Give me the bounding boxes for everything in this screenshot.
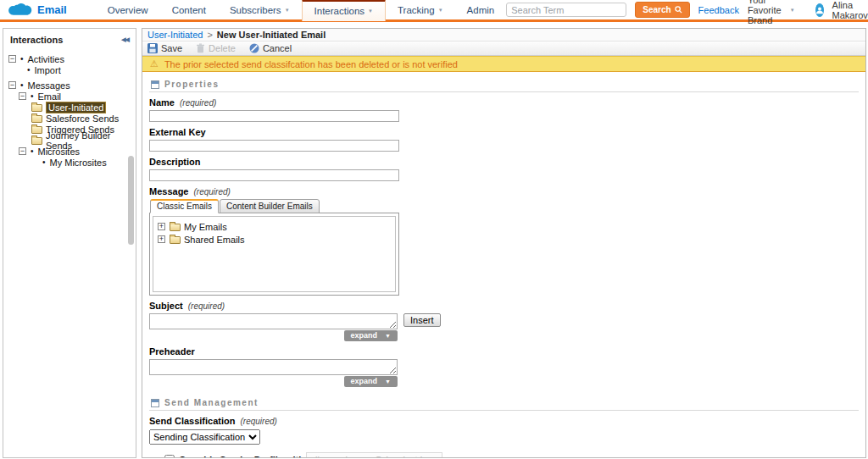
- collapse-icon[interactable]: [19, 92, 26, 100]
- nav-item-subscribers[interactable]: Subscribers ▼: [218, 0, 302, 19]
- section-properties[interactable]: Properties: [149, 77, 859, 92]
- message-field-label: Message(required): [149, 186, 859, 196]
- override-sender-checkbox[interactable]: [164, 455, 175, 459]
- form-content: Properties Name(required) External Key D…: [142, 72, 865, 458]
- send-classification-select[interactable]: Sending Classification: [149, 429, 260, 445]
- subject-expand-button[interactable]: expand ▼: [344, 330, 398, 341]
- collapse-icon[interactable]: [8, 81, 16, 89]
- section-title: Send Management: [164, 398, 259, 407]
- email-picker: My Emails Shared Emails: [149, 213, 399, 296]
- subject-field[interactable]: [149, 313, 398, 329]
- cancel-icon: [249, 43, 259, 53]
- feedback-link[interactable]: Feedback: [698, 5, 739, 15]
- chevron-down-icon: ▼: [438, 8, 443, 13]
- tree-item-messages[interactable]: Messages: [3, 80, 136, 91]
- user-menu[interactable]: Alina Makarova ▼: [832, 0, 868, 20]
- required-note: (required): [193, 187, 230, 196]
- preheader-expand-button[interactable]: expand ▼: [344, 376, 398, 387]
- tree-item-label: Activities: [28, 54, 64, 64]
- tree-item-my-microsites[interactable]: My Microsites: [3, 157, 136, 168]
- interactions-tree: Activities Import Messages Email User-In…: [3, 53, 136, 168]
- subject-field-label: Subject(required): [149, 301, 859, 311]
- nav-item-admin[interactable]: Admin: [455, 0, 507, 19]
- action-toolbar: Save Delete Cancel: [142, 41, 865, 56]
- description-field-label: Description: [149, 157, 859, 167]
- tree-item-label: My Microsites: [50, 158, 107, 168]
- send-classification-label: Send Classification(required): [149, 416, 859, 426]
- description-field[interactable]: [149, 169, 399, 181]
- breadcrumb-separator: >: [207, 30, 212, 40]
- label-text: External Key: [149, 127, 206, 137]
- save-button[interactable]: Save: [147, 43, 182, 53]
- brand-selector[interactable]: Your Favorite Brand ▼: [748, 0, 795, 25]
- override-sender-label: Override Sender Profile with: [179, 455, 304, 459]
- external-key-field[interactable]: [149, 140, 399, 152]
- nav-item-interactions[interactable]: Interactions ▼: [302, 0, 386, 21]
- brand-label: Your Favorite Brand: [748, 0, 787, 25]
- folder-icon: [170, 224, 181, 231]
- expand-icon[interactable]: [158, 223, 165, 230]
- message-tabs: Classic Emails Content Builder Emails: [150, 199, 859, 213]
- warning-icon: ⚠: [150, 59, 159, 69]
- top-navbar: Email Overview Content Subscribers ▼ Int…: [0, 0, 868, 22]
- chevron-down-icon: ▼: [285, 8, 290, 13]
- avatar[interactable]: [815, 3, 824, 17]
- nav-item-tracking[interactable]: Tracking ▼: [386, 0, 455, 19]
- insert-button[interactable]: Insert: [403, 313, 441, 327]
- nav-label: Admin: [467, 5, 495, 15]
- cancel-button[interactable]: Cancel: [249, 43, 292, 53]
- collapse-section-icon[interactable]: [151, 399, 159, 407]
- required-note: (required): [188, 301, 225, 311]
- tree-item-import[interactable]: Import: [3, 64, 136, 75]
- chevron-down-icon: ▼: [368, 8, 373, 14]
- tree-item-label: Salesforce Sends: [46, 113, 119, 124]
- label-text: Preheader: [149, 346, 195, 357]
- collapse-section-icon[interactable]: [151, 80, 159, 89]
- breadcrumb-parent-link[interactable]: User-Initiated: [147, 30, 203, 40]
- tree-item-label: Shared Emails: [184, 235, 245, 245]
- tab-classic-emails[interactable]: Classic Emails: [150, 199, 219, 213]
- preheader-field-label: Preheader: [149, 346, 859, 357]
- label-text: Name: [149, 97, 175, 108]
- collapse-icon[interactable]: [19, 147, 26, 155]
- breadcrumb: User-Initiated > New User-Initiated Emai…: [142, 29, 865, 41]
- tab-content-builder-emails[interactable]: Content Builder Emails: [220, 199, 320, 213]
- tree-item-shared-emails[interactable]: Shared Emails: [158, 233, 391, 246]
- user-icon: [815, 6, 824, 14]
- search-button-label: Search: [643, 5, 670, 14]
- preheader-field[interactable]: [149, 359, 398, 375]
- collapse-sidebar-icon[interactable]: ◀◀: [121, 36, 129, 43]
- external-key-field-label: External Key: [149, 127, 859, 137]
- cancel-label: Cancel: [263, 43, 292, 53]
- app-title: Email: [37, 3, 67, 16]
- name-field[interactable]: [149, 110, 399, 122]
- nav-item-content[interactable]: Content: [160, 0, 218, 19]
- trash-icon: [196, 43, 205, 53]
- nav-item-overview[interactable]: Overview: [96, 0, 160, 19]
- search-input[interactable]: [506, 3, 626, 17]
- section-send-management[interactable]: Send Management: [149, 395, 859, 411]
- chevron-down-icon: ▼: [385, 379, 391, 384]
- expand-icon[interactable]: [158, 235, 165, 243]
- chevron-down-icon: ▼: [790, 8, 795, 13]
- sidebar-title: Interactions: [10, 35, 63, 45]
- save-label: Save: [161, 43, 182, 53]
- tree-item-activities[interactable]: Activities: [3, 53, 136, 64]
- main-panel: User-Initiated > New User-Initiated Emai…: [142, 28, 866, 458]
- tree-item-journey-builder-sends[interactable]: Journey Builder Sends: [3, 135, 136, 146]
- nav-label: Interactions: [314, 6, 364, 16]
- tree-item-my-emails[interactable]: My Emails: [158, 220, 391, 233]
- collapse-icon[interactable]: [8, 55, 16, 63]
- search-button[interactable]: Search: [635, 2, 689, 18]
- label-text: Subject: [149, 301, 183, 311]
- section-title: Properties: [164, 80, 219, 89]
- sidebar-scrollbar[interactable]: [128, 156, 134, 245]
- user-name: Alina Makarova: [832, 0, 868, 20]
- tree-item-label: Messages: [28, 80, 70, 91]
- expand-label: expand: [351, 331, 378, 340]
- tree-item-salesforce-sends[interactable]: Salesforce Sends: [3, 113, 136, 124]
- warning-banner: ⚠ The prior selected send classifcation …: [142, 56, 865, 72]
- tree-item-user-initiated[interactable]: User-Initiated: [3, 102, 136, 113]
- tree-item-email[interactable]: Email: [3, 91, 136, 102]
- tree-item-label: Microsites: [38, 147, 81, 157]
